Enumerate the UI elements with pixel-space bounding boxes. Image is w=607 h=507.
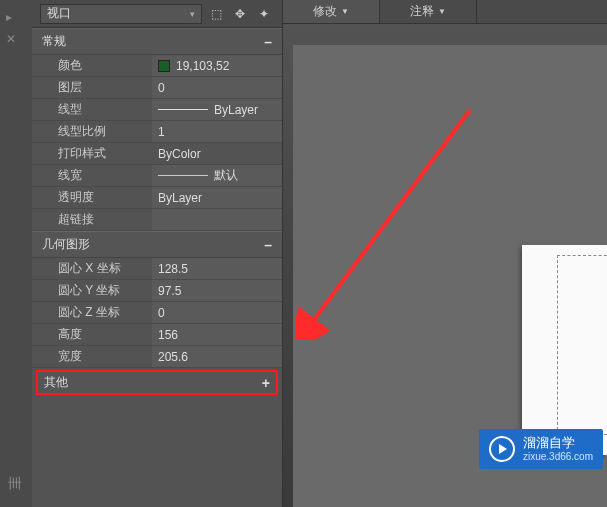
prop-center-x[interactable]: 圆心 X 坐标 128.5 [32, 258, 282, 280]
watermark: 溜溜自学 zixue.3d66.com [479, 429, 603, 469]
dropdown-label: 视口 [47, 5, 71, 22]
prop-center-z[interactable]: 圆心 Z 坐标 0 [32, 302, 282, 324]
prop-width[interactable]: 宽度 205.6 [32, 346, 282, 368]
section-misc-title: 其他 [44, 374, 68, 391]
section-geometry[interactable]: 几何图形 – [32, 231, 282, 258]
collapse-icon: – [264, 34, 272, 50]
collapse-icon: – [264, 237, 272, 253]
play-icon [489, 436, 515, 462]
prop-layer[interactable]: 图层 0 [32, 77, 282, 99]
linetype-preview [158, 109, 208, 110]
section-misc[interactable]: 其他 + [36, 370, 278, 395]
prop-ltscale[interactable]: 线型比例 1 [32, 121, 282, 143]
tab-modify[interactable]: 修改 ▼ [283, 0, 380, 23]
properties-panel: 视口 ▾ ⬚ ✥ ✦ 常规 – 颜色 19,103,52 图层 0 线型 ByL… [32, 0, 283, 507]
prop-transparency[interactable]: 透明度 ByLayer [32, 187, 282, 209]
watermark-title: 溜溜自学 [523, 435, 593, 451]
chevron-down-icon: ▾ [190, 9, 195, 19]
tab-annotate[interactable]: 注释 ▼ [380, 0, 477, 23]
prop-center-y[interactable]: 圆心 Y 坐标 97.5 [32, 280, 282, 302]
prop-color[interactable]: 颜色 19,103,52 [32, 55, 282, 77]
tool-icon[interactable]: ✕ [6, 32, 26, 46]
lineweight-preview [158, 175, 208, 176]
ruler-icon[interactable]: 卌 [8, 475, 22, 493]
expand-icon: + [262, 375, 270, 391]
color-swatch [158, 60, 170, 72]
section-geometry-title: 几何图形 [42, 236, 90, 253]
section-general-title: 常规 [42, 33, 66, 50]
select-button[interactable]: ✥ [230, 4, 250, 24]
prop-linetype[interactable]: 线型 ByLayer [32, 99, 282, 121]
section-general[interactable]: 常规 – [32, 28, 282, 55]
highlight-button[interactable]: ✦ [254, 4, 274, 24]
chevron-down-icon: ▼ [438, 7, 446, 16]
watermark-sub: zixue.3d66.com [523, 451, 593, 463]
tab-bar: 修改 ▼ 注释 ▼ [283, 0, 607, 24]
quick-select-button[interactable]: ⬚ [206, 4, 226, 24]
viewport-outline [557, 255, 607, 435]
prop-hyperlink[interactable]: 超链接 [32, 209, 282, 231]
prop-lineweight[interactable]: 线宽 默认 [32, 165, 282, 187]
chevron-down-icon: ▼ [341, 7, 349, 16]
prop-plotstyle[interactable]: 打印样式 ByColor [32, 143, 282, 165]
prop-height[interactable]: 高度 156 [32, 324, 282, 346]
object-type-dropdown[interactable]: 视口 ▾ [40, 4, 202, 24]
palette-icon[interactable]: ▸ [6, 10, 26, 24]
top-bar: 视口 ▾ ⬚ ✥ ✦ [32, 0, 282, 28]
